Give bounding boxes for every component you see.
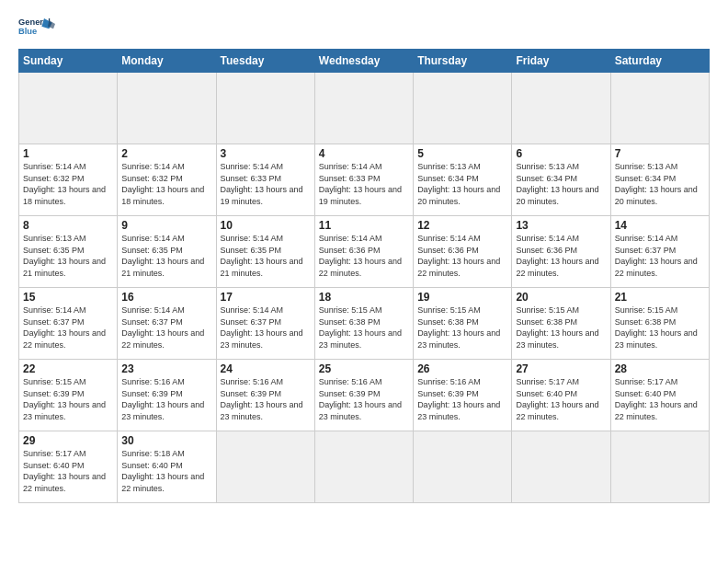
cell-sun-info: Sunrise: 5:16 AMSunset: 6:39 PMDaylight:… (319, 376, 409, 422)
day-number: 6 (516, 147, 606, 160)
calendar-week-row: 22Sunrise: 5:15 AMSunset: 6:39 PMDayligh… (19, 360, 710, 431)
calendar-cell (314, 431, 413, 503)
calendar-cell: 26Sunrise: 5:16 AMSunset: 6:39 PMDayligh… (414, 360, 512, 431)
calendar-week-row: 8Sunrise: 5:13 AMSunset: 6:35 PMDaylight… (19, 216, 710, 288)
calendar-cell: 7Sunrise: 5:13 AMSunset: 6:34 PMDaylight… (610, 144, 709, 216)
calendar-cell (414, 431, 512, 503)
header: General Blue (18, 14, 710, 41)
calendar-cell: 19Sunrise: 5:15 AMSunset: 6:38 PMDayligh… (414, 288, 512, 360)
cell-sun-info: Sunrise: 5:16 AMSunset: 6:39 PMDaylight:… (417, 376, 507, 422)
calendar-cell (414, 73, 512, 144)
calendar-cell: 6Sunrise: 5:13 AMSunset: 6:34 PMDaylight… (512, 144, 610, 216)
calendar-cell (512, 73, 610, 144)
calendar-cell: 29Sunrise: 5:17 AMSunset: 6:40 PMDayligh… (19, 431, 118, 503)
calendar-cell: 1Sunrise: 5:14 AMSunset: 6:32 PMDaylight… (19, 144, 118, 216)
day-number: 10 (221, 219, 311, 232)
day-number: 16 (121, 291, 211, 304)
header-friday: Friday (512, 50, 610, 73)
day-number: 1 (23, 147, 113, 160)
calendar-cell: 8Sunrise: 5:13 AMSunset: 6:35 PMDaylight… (19, 216, 118, 288)
day-number: 7 (615, 147, 705, 160)
calendar-cell: 16Sunrise: 5:14 AMSunset: 6:37 PMDayligh… (118, 288, 216, 360)
day-number: 29 (23, 434, 113, 447)
calendar-cell (19, 73, 118, 144)
calendar-cell: 12Sunrise: 5:14 AMSunset: 6:36 PMDayligh… (414, 216, 512, 288)
calendar-cell: 27Sunrise: 5:17 AMSunset: 6:40 PMDayligh… (512, 360, 610, 431)
cell-sun-info: Sunrise: 5:13 AMSunset: 6:34 PMDaylight:… (615, 161, 705, 207)
calendar-cell: 4Sunrise: 5:14 AMSunset: 6:33 PMDaylight… (314, 144, 413, 216)
day-number: 5 (417, 147, 507, 160)
calendar-cell: 13Sunrise: 5:14 AMSunset: 6:36 PMDayligh… (512, 216, 610, 288)
cell-sun-info: Sunrise: 5:13 AMSunset: 6:34 PMDaylight:… (417, 161, 507, 207)
cell-sun-info: Sunrise: 5:14 AMSunset: 6:36 PMDaylight:… (319, 233, 409, 279)
cell-sun-info: Sunrise: 5:18 AMSunset: 6:40 PMDaylight:… (121, 448, 211, 494)
cell-sun-info: Sunrise: 5:16 AMSunset: 6:39 PMDaylight:… (221, 376, 311, 422)
cell-sun-info: Sunrise: 5:14 AMSunset: 6:32 PMDaylight:… (121, 161, 211, 207)
cell-sun-info: Sunrise: 5:15 AMSunset: 6:38 PMDaylight:… (417, 304, 507, 350)
logo: General Blue (18, 14, 55, 41)
calendar-cell (216, 431, 314, 503)
day-number: 4 (319, 147, 409, 160)
calendar-cell: 14Sunrise: 5:14 AMSunset: 6:37 PMDayligh… (610, 216, 709, 288)
calendar-cell: 10Sunrise: 5:14 AMSunset: 6:35 PMDayligh… (216, 216, 314, 288)
day-number: 9 (121, 219, 211, 232)
calendar-cell: 5Sunrise: 5:13 AMSunset: 6:34 PMDaylight… (414, 144, 512, 216)
cell-sun-info: Sunrise: 5:17 AMSunset: 6:40 PMDaylight:… (615, 376, 705, 422)
calendar-cell: 28Sunrise: 5:17 AMSunset: 6:40 PMDayligh… (610, 360, 709, 431)
cell-sun-info: Sunrise: 5:14 AMSunset: 6:32 PMDaylight:… (23, 161, 113, 207)
calendar-cell: 3Sunrise: 5:14 AMSunset: 6:33 PMDaylight… (216, 144, 314, 216)
day-number: 2 (121, 147, 211, 160)
day-number: 30 (121, 434, 211, 447)
day-number: 27 (516, 362, 606, 375)
calendar-cell: 21Sunrise: 5:15 AMSunset: 6:38 PMDayligh… (610, 288, 709, 360)
day-number: 17 (221, 291, 311, 304)
day-number: 11 (319, 219, 409, 232)
calendar-cell (314, 73, 413, 144)
header-wednesday: Wednesday (314, 50, 413, 73)
cell-sun-info: Sunrise: 5:14 AMSunset: 6:35 PMDaylight:… (221, 233, 311, 279)
calendar-week-row: 1Sunrise: 5:14 AMSunset: 6:32 PMDaylight… (19, 144, 710, 216)
logo-svg: General Blue (18, 14, 55, 41)
cell-sun-info: Sunrise: 5:14 AMSunset: 6:33 PMDaylight:… (319, 161, 409, 207)
cell-sun-info: Sunrise: 5:14 AMSunset: 6:37 PMDaylight:… (121, 304, 211, 350)
calendar-cell: 30Sunrise: 5:18 AMSunset: 6:40 PMDayligh… (118, 431, 216, 503)
calendar-week-row (19, 73, 710, 144)
svg-text:Blue: Blue (18, 27, 37, 36)
header-tuesday: Tuesday (216, 50, 314, 73)
cell-sun-info: Sunrise: 5:14 AMSunset: 6:37 PMDaylight:… (23, 304, 113, 350)
cell-sun-info: Sunrise: 5:15 AMSunset: 6:38 PMDaylight:… (319, 304, 409, 350)
calendar-cell: 11Sunrise: 5:14 AMSunset: 6:36 PMDayligh… (314, 216, 413, 288)
cell-sun-info: Sunrise: 5:14 AMSunset: 6:37 PMDaylight:… (221, 304, 311, 350)
cell-sun-info: Sunrise: 5:13 AMSunset: 6:34 PMDaylight:… (516, 161, 606, 207)
day-number: 22 (23, 362, 113, 375)
day-number: 28 (615, 362, 705, 375)
header-sunday: Sunday (19, 50, 118, 73)
cell-sun-info: Sunrise: 5:15 AMSunset: 6:39 PMDaylight:… (23, 376, 113, 422)
cell-sun-info: Sunrise: 5:13 AMSunset: 6:35 PMDaylight:… (23, 233, 113, 279)
cell-sun-info: Sunrise: 5:15 AMSunset: 6:38 PMDaylight:… (615, 304, 705, 350)
day-number: 20 (516, 291, 606, 304)
day-number: 19 (417, 291, 507, 304)
day-number: 18 (319, 291, 409, 304)
header-thursday: Thursday (414, 50, 512, 73)
header-monday: Monday (118, 50, 216, 73)
cell-sun-info: Sunrise: 5:17 AMSunset: 6:40 PMDaylight:… (23, 448, 113, 494)
calendar-week-row: 29Sunrise: 5:17 AMSunset: 6:40 PMDayligh… (19, 431, 710, 503)
cell-sun-info: Sunrise: 5:14 AMSunset: 6:36 PMDaylight:… (516, 233, 606, 279)
weekday-header-row: Sunday Monday Tuesday Wednesday Thursday… (19, 50, 710, 73)
calendar-cell: 25Sunrise: 5:16 AMSunset: 6:39 PMDayligh… (314, 360, 413, 431)
day-number: 24 (221, 362, 311, 375)
calendar-cell: 18Sunrise: 5:15 AMSunset: 6:38 PMDayligh… (314, 288, 413, 360)
day-number: 14 (615, 219, 705, 232)
cell-sun-info: Sunrise: 5:14 AMSunset: 6:35 PMDaylight:… (121, 233, 211, 279)
calendar-cell: 15Sunrise: 5:14 AMSunset: 6:37 PMDayligh… (19, 288, 118, 360)
day-number: 12 (417, 219, 507, 232)
cell-sun-info: Sunrise: 5:14 AMSunset: 6:37 PMDaylight:… (615, 233, 705, 279)
cell-sun-info: Sunrise: 5:15 AMSunset: 6:38 PMDaylight:… (516, 304, 606, 350)
header-saturday: Saturday (610, 50, 709, 73)
calendar-cell (118, 73, 216, 144)
day-number: 15 (23, 291, 113, 304)
day-number: 3 (221, 147, 311, 160)
cell-sun-info: Sunrise: 5:16 AMSunset: 6:39 PMDaylight:… (121, 376, 211, 422)
calendar-cell: 9Sunrise: 5:14 AMSunset: 6:35 PMDaylight… (118, 216, 216, 288)
